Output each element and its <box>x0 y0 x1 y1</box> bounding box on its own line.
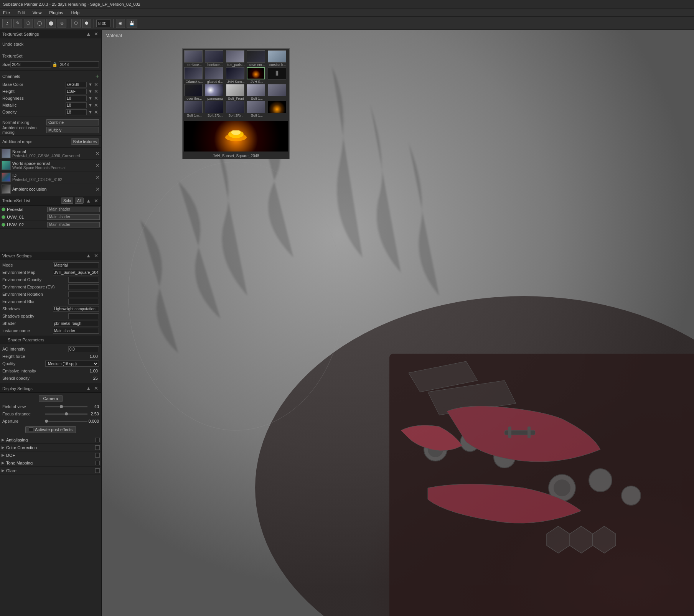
toolbar-paint[interactable]: ⬡ <box>24 19 33 28</box>
env-item-14[interactable] <box>268 84 288 101</box>
texset-pedestal-shader[interactable] <box>47 207 100 212</box>
menu-plugins[interactable]: Plugins <box>48 10 64 16</box>
texset-pedestal[interactable]: Pedestal <box>0 206 101 213</box>
channel-height-close[interactable]: ✕ <box>93 89 99 94</box>
texset-uvw02[interactable]: UVW_02 <box>0 221 101 229</box>
post-antialiasing-checkbox[interactable] <box>95 438 100 442</box>
toolbar-smudge[interactable]: ⬤ <box>46 19 56 28</box>
post-antialiasing[interactable]: ▶ Antialiasing <box>0 436 101 444</box>
env-item-13[interactable]: Soft 1... <box>247 84 267 101</box>
env-item-11[interactable]: panorama <box>205 84 225 101</box>
env-item-18[interactable]: Soft 1... <box>247 101 267 118</box>
channel-metallic-format[interactable] <box>66 102 87 108</box>
textureset-settings-close[interactable]: ✕ <box>93 31 99 36</box>
post-tonemapping[interactable]: ▶ Tone Mapping <box>0 459 101 467</box>
menu-edit[interactable]: Edit <box>16 10 26 16</box>
channel-basecolor-minus[interactable]: ▼ <box>87 82 93 87</box>
post-dof-checkbox[interactable] <box>95 453 100 458</box>
menu-view[interactable]: View <box>31 10 43 16</box>
map-normal-close[interactable]: ✕ <box>96 151 100 156</box>
channel-metallic-minus[interactable]: ▼ <box>87 103 93 107</box>
viewer-envopacity-value[interactable] <box>68 277 99 283</box>
map-id-close[interactable]: ✕ <box>96 175 100 180</box>
ao-intensity-input[interactable] <box>68 346 99 352</box>
env-item-7[interactable]: JVH Sum... <box>226 67 246 84</box>
ao-mixing-value[interactable] <box>46 127 99 133</box>
channel-opacity-format[interactable] <box>66 109 87 115</box>
env-item-6[interactable]: glazed d... <box>205 67 225 84</box>
env-item-16[interactable]: Soft 2Ri... <box>205 101 225 118</box>
viewer-settings-expand[interactable]: ▲ <box>85 253 92 258</box>
env-item-8[interactable]: JVH S... <box>247 67 267 84</box>
env-item-3[interactable]: cave em... <box>247 50 267 67</box>
viewer-mode-value[interactable] <box>53 262 99 268</box>
normal-mixing-value[interactable] <box>46 119 99 125</box>
camera-btn[interactable]: Camera <box>39 395 62 402</box>
env-item-15[interactable]: Soft 1m... <box>184 101 204 118</box>
texset-uvw02-shader[interactable] <box>47 222 100 227</box>
viewer-shadowsopacity-value[interactable] <box>68 313 99 319</box>
toolbar-open[interactable]: ✎ <box>13 19 22 28</box>
all-btn[interactable]: All <box>75 198 84 204</box>
post-dof[interactable]: ▶ DOF <box>0 451 101 459</box>
menu-file[interactable]: File <box>2 10 12 16</box>
post-glare-checkbox[interactable] <box>95 468 100 473</box>
channel-height-format[interactable] <box>66 89 87 94</box>
toolbar-new[interactable]: 🗋 <box>2 19 12 28</box>
toolbar-select[interactable]: ⬡ <box>71 19 81 28</box>
viewer-shadows-value[interactable] <box>53 306 99 312</box>
channel-basecolor-format[interactable] <box>66 82 87 87</box>
toolbar-eraser[interactable]: ◯ <box>35 19 45 28</box>
quality-select[interactable]: Medium (16 spp) Low (8 spp) High (32 spp… <box>45 361 99 367</box>
activate-post-effects-btn[interactable]: Activate post effects <box>25 426 76 433</box>
channel-height-minus[interactable]: ▼ <box>87 89 93 94</box>
textureset-settings-expand[interactable]: ▲ <box>85 31 92 36</box>
texset-uvw01[interactable]: UVW_01 <box>0 213 101 221</box>
size-mirror-input[interactable] <box>59 61 99 68</box>
textureset-list-close[interactable]: ✕ <box>93 198 99 204</box>
channel-roughness-minus[interactable]: ▼ <box>87 96 93 100</box>
post-color-correction[interactable]: ▶ Color Correction <box>0 444 101 451</box>
display-settings-close[interactable]: ✕ <box>93 386 99 391</box>
post-glare[interactable]: ▶ Glare <box>0 467 101 474</box>
add-channel-btn[interactable]: + <box>96 73 99 79</box>
menu-help[interactable]: Help <box>69 10 81 16</box>
display-settings-expand[interactable]: ▲ <box>85 386 92 391</box>
solo-btn[interactable]: Solo <box>61 198 73 204</box>
env-item-17[interactable]: Soft 2Ri... <box>226 101 246 118</box>
fov-slider[interactable] <box>45 406 87 407</box>
viewer-envblur-value[interactable] <box>68 299 99 305</box>
env-item-5[interactable]: Gdansk s... <box>184 67 204 84</box>
toolbar-fill[interactable]: ⬢ <box>82 19 91 28</box>
env-item-4[interactable]: corsica b... <box>268 50 288 67</box>
env-item-12[interactable]: Soft_Front <box>226 84 246 101</box>
env-item-9[interactable]: ⏸ <box>268 67 288 84</box>
viewer-envmap-value[interactable] <box>53 270 99 275</box>
env-item-2[interactable]: bus_parisi... <box>226 50 246 67</box>
channel-opacity-minus[interactable]: ▼ <box>87 110 93 114</box>
viewer-shader-value[interactable] <box>53 321 99 326</box>
textureset-list-expand[interactable]: ▲ <box>85 198 92 204</box>
bake-textures-btn[interactable]: Bake textures <box>71 138 99 145</box>
viewer-settings-close[interactable]: ✕ <box>93 253 99 258</box>
post-colorcorr-checkbox[interactable] <box>95 445 100 450</box>
channel-roughness-format[interactable] <box>66 96 87 101</box>
toolbar-save[interactable]: 💾 <box>127 19 137 28</box>
channel-metallic-close[interactable]: ✕ <box>93 103 99 108</box>
toolbar-clone[interactable]: ⊕ <box>58 19 66 28</box>
viewer-instancename-value[interactable] <box>53 328 99 334</box>
env-item-10[interactable]: over the... <box>184 84 204 101</box>
channel-basecolor-close[interactable]: ✕ <box>93 82 99 87</box>
post-tonemapping-checkbox[interactable] <box>95 461 100 465</box>
focus-slider[interactable] <box>45 413 87 415</box>
viewer-envexposure-value[interactable] <box>68 284 99 290</box>
aperture-slider[interactable] <box>45 421 87 422</box>
size-input[interactable] <box>10 61 51 68</box>
channel-opacity-close[interactable]: ✕ <box>93 110 99 115</box>
channel-roughness-close[interactable]: ✕ <box>93 96 99 101</box>
brush-size-input[interactable] <box>96 20 111 27</box>
viewer-envrotation-value[interactable] <box>68 292 99 297</box>
env-item-1[interactable]: bonface... <box>205 50 225 67</box>
map-ao-close[interactable]: ✕ <box>96 186 100 192</box>
env-item-19[interactable] <box>268 101 288 118</box>
